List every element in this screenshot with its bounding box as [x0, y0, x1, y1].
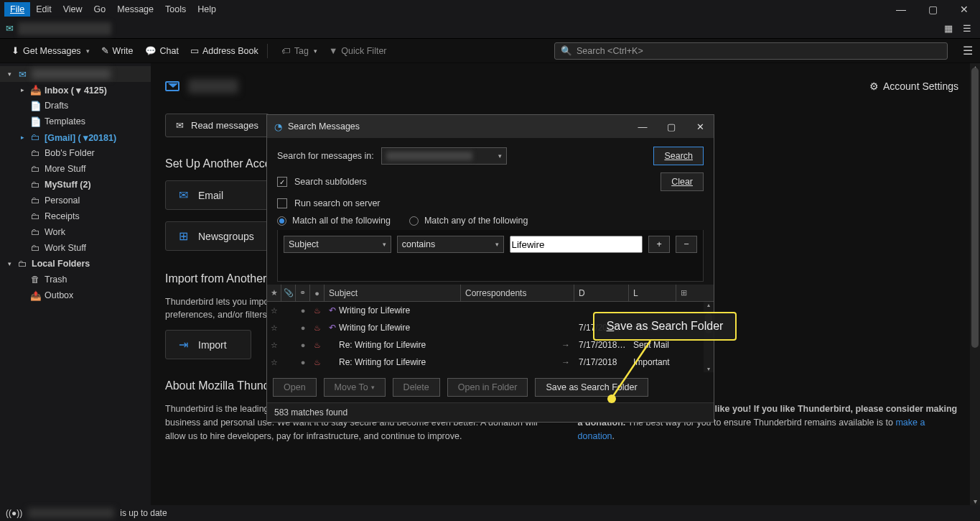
account-tab[interactable]: [18, 22, 111, 35]
col-correspondents[interactable]: Correspondents: [461, 285, 574, 301]
folder-icon: 🗀: [30, 211, 40, 221]
match-all-radio[interactable]: [277, 216, 286, 226]
match-all-label: Match all of the following: [292, 216, 391, 226]
folder-gmail[interactable]: ▸ 🗀 [Gmail] ( ▾20181): [0, 129, 151, 145]
criteria-remove-button[interactable]: −: [676, 236, 697, 253]
search-placeholder: Search <Ctrl+K>: [577, 46, 643, 56]
content-scrollbar[interactable]: ▴ ▾: [970, 63, 980, 505]
menu-tools[interactable]: Tools: [159, 2, 192, 17]
setup-email-button[interactable]: ✉Email: [165, 180, 273, 210]
dialog-maximize-button[interactable]: ▢: [663, 121, 679, 132]
app-menu-button[interactable]: ☰: [963, 44, 973, 57]
col-date[interactable]: D: [574, 285, 629, 301]
col-star[interactable]: ★: [267, 285, 281, 301]
star-icon[interactable]: ☆: [267, 306, 281, 315]
folder-mystuff[interactable]: 🗀MyStuff (2): [0, 177, 151, 193]
account-settings-button[interactable]: ⚙ Account Settings: [869, 80, 958, 92]
match-any-label: Match any of the following: [424, 216, 528, 226]
folder-more-stuff[interactable]: 🗀More Stuff: [0, 161, 151, 177]
chevron-right-icon[interactable]: ▸: [19, 134, 26, 141]
scroll-down-icon[interactable]: ▾: [704, 366, 714, 372]
folder-receipts[interactable]: 🗀Receipts: [0, 208, 151, 224]
results-header: ★ 📎 ⚭ ● Subject Correspondents D L ⊞: [267, 285, 714, 302]
scroll-down-icon[interactable]: ▾: [970, 497, 980, 505]
maximize-button[interactable]: ▢: [917, 0, 948, 19]
run-server-checkbox[interactable]: [277, 198, 287, 208]
menu-view[interactable]: View: [57, 2, 88, 17]
read-messages-button[interactable]: ✉ Read messages: [165, 114, 269, 137]
folder-outbox[interactable]: 📤Outbox: [0, 287, 151, 303]
quick-filter-button[interactable]: ▼ Quick Filter: [323, 43, 393, 59]
criteria-op-select[interactable]: contains▾: [397, 236, 505, 253]
minimize-button[interactable]: —: [885, 0, 917, 19]
chevron-right-icon[interactable]: ▸: [19, 86, 26, 93]
chevron-down-icon[interactable]: ▾: [6, 260, 13, 267]
open-button[interactable]: Open: [273, 378, 317, 397]
move-to-button[interactable]: Move To ▾: [324, 378, 386, 397]
tasks-icon[interactable]: ☰: [963, 23, 971, 34]
col-unread[interactable]: ●: [310, 285, 325, 301]
folder-pane: ▾ ✉ ▸ 📥 Inbox ( ▾ 4125) 📄 Drafts 📄 Templ…: [0, 63, 151, 505]
folder-bob[interactable]: 🗀Bob's Folder: [0, 145, 151, 161]
account-row[interactable]: ▾ ✉: [0, 66, 151, 82]
col-subject[interactable]: Subject: [325, 285, 461, 301]
folder-drafts[interactable]: 📄 Drafts: [0, 98, 151, 114]
col-location[interactable]: L: [629, 285, 676, 301]
col-attachment[interactable]: 📎: [281, 285, 296, 301]
match-any-radio[interactable]: [409, 216, 419, 226]
address-book-icon: ▭: [190, 45, 199, 56]
save-as-search-folder-button[interactable]: Save as Search Folder: [535, 378, 648, 397]
search-icon: 🔍: [561, 45, 572, 56]
result-row[interactable]: ☆ ● ♨ Re: Writing for Lifewire → 7/17/20…: [267, 354, 714, 371]
star-icon[interactable]: ☆: [267, 358, 281, 367]
folder-inbox[interactable]: ▸ 📥 Inbox ( ▾ 4125): [0, 82, 151, 98]
criteria-value-input[interactable]: [510, 236, 643, 253]
folder-local[interactable]: ▾ 🗀 Local Folders: [0, 256, 151, 272]
tag-button[interactable]: 🏷 Tag▾: [276, 43, 323, 59]
folder-templates[interactable]: 📄 Templates: [0, 114, 151, 129]
folder-personal[interactable]: 🗀Personal: [0, 193, 151, 208]
scroll-thumb[interactable]: [971, 68, 979, 348]
dialog-search-button[interactable]: Search: [653, 147, 704, 165]
mail-icon: [165, 81, 179, 91]
thunderbird-icon: ◔: [274, 121, 282, 132]
criteria-add-button[interactable]: +: [648, 236, 670, 253]
star-icon[interactable]: ☆: [267, 323, 281, 333]
global-search-input[interactable]: 🔍 Search <Ctrl+K>: [554, 42, 948, 60]
col-thread[interactable]: ⚭: [296, 285, 310, 301]
chat-button[interactable]: 💬 Chat: [139, 42, 185, 59]
folder-icon: 🗀: [30, 243, 40, 253]
dialog-minimize-button[interactable]: —: [635, 121, 650, 132]
menu-go[interactable]: Go: [88, 2, 112, 17]
menu-message[interactable]: Message: [111, 2, 159, 17]
filter-icon: ▼: [329, 46, 337, 56]
close-button[interactable]: ✕: [948, 0, 980, 19]
dialog-footer: Open Move To ▾ Delete Open in Folder Sav…: [267, 372, 714, 402]
address-book-button[interactable]: ▭ Address Book: [185, 42, 264, 59]
flame-icon: ♨: [310, 358, 325, 367]
write-button[interactable]: ✎ Write: [95, 42, 139, 59]
dialog-clear-button[interactable]: Clear: [661, 172, 704, 191]
calendar-icon[interactable]: ▦: [944, 23, 953, 34]
menu-file[interactable]: File: [4, 2, 30, 17]
col-picker[interactable]: ⊞: [676, 285, 691, 301]
dialog-close-button[interactable]: ✕: [692, 121, 708, 132]
folder-trash[interactable]: 🗑Trash: [0, 272, 151, 287]
search-subfolders-checkbox[interactable]: ✓: [277, 177, 287, 187]
menu-edit[interactable]: Edit: [30, 2, 57, 17]
callout-dot: [607, 395, 616, 403]
star-icon[interactable]: ☆: [267, 341, 281, 350]
search-in-select[interactable]: ▾: [381, 147, 507, 165]
folder-workstuff[interactable]: 🗀Work Stuff: [0, 240, 151, 256]
chevron-down-icon[interactable]: ▾: [6, 70, 13, 78]
scroll-up-icon[interactable]: ▴: [704, 302, 714, 308]
open-in-folder-button[interactable]: Open in Folder: [447, 378, 528, 397]
criteria-field-select[interactable]: Subject▾: [284, 236, 391, 253]
delete-button[interactable]: Delete: [393, 378, 440, 397]
get-messages-button[interactable]: ⬇ Get Messages▾: [6, 42, 95, 59]
setup-newsgroups-button[interactable]: ⊞Newsgroups: [165, 221, 273, 251]
folder-work[interactable]: 🗀Work: [0, 224, 151, 240]
dialog-titlebar[interactable]: ◔ Search Messages — ▢ ✕: [267, 115, 714, 138]
menu-help[interactable]: Help: [192, 2, 222, 17]
import-button[interactable]: ⇥Import: [165, 330, 251, 359]
